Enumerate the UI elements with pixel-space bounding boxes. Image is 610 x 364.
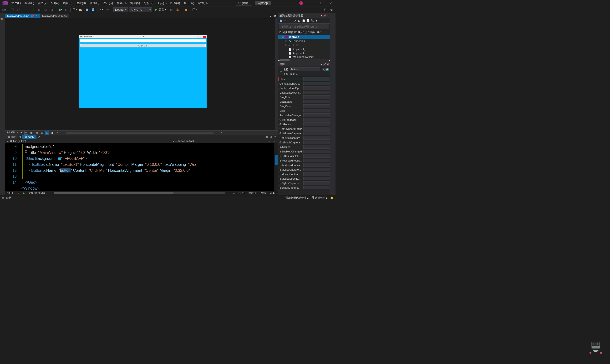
menu-item[interactable]: 窗口(W) — [182, 0, 196, 6]
menu-item[interactable]: 编辑(E) — [23, 0, 36, 6]
menu-item[interactable]: 格式(O) — [115, 0, 129, 6]
snap-icon[interactable]: ▤ — [35, 131, 39, 135]
event-handler-input[interactable] — [303, 91, 330, 94]
menu-item[interactable]: 视图(V) — [36, 0, 49, 6]
menu-item[interactable]: Git(G) — [49, 0, 61, 6]
swap-panes-button[interactable]: ⇅ — [18, 135, 22, 139]
refresh-icon[interactable]: ⟳ — [293, 19, 297, 23]
pin-icon[interactable]: 📌 — [323, 14, 326, 17]
menu-item[interactable]: 文件(F) — [10, 0, 23, 6]
document-tab[interactable]: MainWindow.xaml*📌✕ — [5, 13, 40, 18]
minimize-button[interactable] — [307, 0, 316, 6]
fx-icon[interactable]: fx — [24, 131, 28, 135]
tool-btn[interactable]: ⊞ — [37, 7, 42, 13]
tab-dropdown-button[interactable]: ▾ — [269, 14, 273, 18]
event-handler-input[interactable] — [303, 168, 330, 171]
collapse-all-icon[interactable]: ⊟ — [297, 19, 301, 23]
events-mode-button[interactable]: ⚡ — [325, 68, 329, 71]
back-icon[interactable]: ← — [289, 19, 293, 23]
solution-hscroll[interactable]: ◂▸ — [278, 59, 330, 62]
layout-icon-2[interactable]: ◨ — [51, 131, 54, 135]
user-badge[interactable]: 1 — [299, 1, 303, 5]
collapse-icon[interactable]: ▾ — [273, 135, 277, 139]
menu-item[interactable]: 调试(D) — [88, 0, 101, 6]
tree-item[interactable]: MainWindow.xaml — [278, 55, 330, 59]
pin-icon[interactable]: 📌 — [323, 63, 326, 65]
start-no-debug-button[interactable] — [169, 7, 174, 13]
arrow-right-icon[interactable]: ▸ — [220, 131, 223, 135]
notification-icon[interactable]: 🔔 — [330, 196, 334, 199]
split-v-icon[interactable]: ⊟ — [269, 135, 273, 139]
event-handler-input[interactable] — [303, 154, 330, 158]
layout-icon[interactable]: ◫ — [45, 131, 49, 135]
menu-item[interactable]: 项目(P) — [61, 0, 74, 6]
event-handler-input[interactable] — [303, 163, 330, 167]
event-handler-input[interactable] — [303, 186, 330, 189]
path-left[interactable]: Button (button) — [10, 140, 26, 143]
nav-back-button[interactable]: ◉▾ — [57, 7, 63, 13]
event-handler-input[interactable] — [303, 181, 330, 185]
sync-icon[interactable]: ↔ — [283, 19, 287, 23]
xaml-tab[interactable]: ▤ XAML — [22, 135, 37, 139]
redo-button[interactable]: ↷▾ — [105, 7, 111, 13]
tool-btn[interactable]: ▾ — [192, 7, 197, 13]
event-handler-input[interactable] — [303, 104, 330, 108]
event-handler-input[interactable] — [303, 172, 330, 176]
start-debug-button[interactable]: 启动 ▾ — [153, 7, 168, 12]
maximize-button[interactable] — [316, 0, 326, 6]
arrow-icon[interactable]: ◂ — [56, 131, 60, 135]
tool-btn[interactable]: ⊟ — [43, 7, 48, 13]
tool-btn[interactable] — [183, 7, 189, 13]
panel-close-icon[interactable]: ✕ — [327, 63, 329, 65]
overview-ruler[interactable] — [274, 143, 278, 191]
editor-hscroll[interactable] — [54, 192, 225, 194]
design-window[interactable]: MainWindow Click Me! — [79, 35, 207, 108]
undo-button[interactable]: ↶▾ — [99, 7, 104, 13]
menu-item[interactable]: 扩展(X) — [169, 0, 182, 6]
nav-fwd-button[interactable]: ▻ — [63, 7, 69, 13]
hot-reload-button[interactable]: 🔥 — [175, 7, 181, 13]
tree-item[interactable]: App.xaml — [278, 51, 330, 55]
repo-select-button[interactable]: 🗄 选择仓库 ▴ — [311, 196, 327, 200]
right-tool-rail[interactable] — [330, 13, 336, 195]
zoom-level[interactable]: 80.96% — [7, 131, 15, 134]
event-handler-input[interactable] — [303, 100, 330, 104]
tree-item[interactable]: ▷引用 — [278, 43, 330, 47]
name-input[interactable] — [290, 67, 320, 71]
event-handler-input[interactable] — [303, 77, 330, 81]
share-button[interactable]: ⇱ — [322, 7, 328, 13]
designer-vscroll[interactable] — [275, 18, 278, 130]
menu-item[interactable]: 工具(T) — [155, 0, 169, 6]
path-right[interactable]: Button (button) — [178, 140, 194, 143]
design-tab[interactable]: ▦ 设计 — [5, 135, 18, 139]
tree-item[interactable]: ▷Properties — [278, 39, 330, 43]
event-handler-input[interactable] — [303, 118, 330, 121]
menu-item[interactable]: 生成(B) — [74, 0, 88, 6]
tool-btn[interactable]: ↕ — [30, 7, 36, 13]
tree-item[interactable]: App.config — [278, 47, 330, 51]
event-handler-input[interactable] — [303, 95, 330, 99]
split-h-icon[interactable]: ◫ — [264, 135, 268, 139]
document-tab[interactable]: MainWindow.xaml.cs — [40, 13, 69, 18]
select-mode-button[interactable]: abc — [1, 7, 7, 13]
designer-hscroll[interactable] — [66, 132, 213, 134]
show-all-icon[interactable]: 📋 — [302, 19, 305, 23]
project-node[interactable]: ◢ WpfApp — [278, 35, 330, 39]
left-tool-rail[interactable]: 数据源 — [0, 13, 5, 195]
tool-btn[interactable]: ⊡ — [49, 7, 54, 13]
platform-dropdown[interactable]: Any CPU — [129, 7, 152, 12]
indent-mode[interactable]: 空格 — [261, 192, 266, 195]
add-icon[interactable]: ✚ — [272, 139, 276, 143]
solution-search[interactable] — [279, 24, 329, 29]
event-handler-input[interactable] — [303, 86, 330, 90]
event-handler-input[interactable] — [303, 131, 330, 135]
save-all-button[interactable] — [90, 7, 96, 13]
event-handler-input[interactable] — [303, 136, 330, 140]
split-icon[interactable]: ━ — [267, 139, 271, 143]
tool-btn[interactable] — [16, 7, 21, 13]
event-handler-input[interactable] — [303, 82, 330, 85]
event-handler-input[interactable] — [303, 113, 330, 117]
properties-mode-button[interactable]: 🔧 — [322, 68, 325, 71]
tab-settings-button[interactable]: ⚙ — [273, 14, 277, 18]
event-handler-input[interactable] — [303, 159, 330, 162]
